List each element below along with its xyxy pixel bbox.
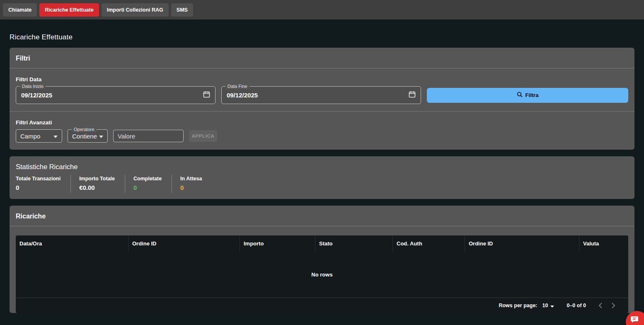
rows-per-page-label: Rows per page: <box>499 303 537 308</box>
advanced-filters-row: Campo Operatore Contiene APPLICA <box>16 129 628 143</box>
chevron-right-icon <box>612 303 615 308</box>
ricariche-panel-header: Ricariche <box>10 206 634 226</box>
table-header-row: Data/Ora Ordine ID Importo Stato Cod. Au… <box>16 235 628 251</box>
search-icon <box>517 92 523 99</box>
stat-importo-totale: Importo Totale €0.00 <box>70 175 125 193</box>
stats-panel: Statistiche Ricariche Totale Transazioni… <box>10 156 634 199</box>
column-header-ordine-id-2[interactable]: Ordine ID <box>465 235 579 251</box>
value-field-wrap <box>113 130 184 142</box>
filtra-button[interactable]: Filtra <box>427 88 628 103</box>
filters-panel-header: Filtri <box>10 48 634 68</box>
operator-select[interactable]: Operatore Contiene <box>68 129 108 143</box>
stat-label: In Attesa <box>180 176 202 182</box>
ricariche-panel-title: Ricariche <box>16 213 628 220</box>
stats-panel-title: Statistiche Ricariche <box>16 163 628 171</box>
tab-chiamate[interactable]: Chiamate <box>3 3 37 17</box>
field-select-value: Campo <box>20 133 40 140</box>
applica-button[interactable]: APPLICA <box>189 130 217 142</box>
table-pagination: Rows per page: 10 0–0 of 0 <box>16 298 628 313</box>
stat-value: 0 <box>133 184 162 191</box>
next-page-button[interactable] <box>608 301 618 310</box>
column-header-data-ora[interactable]: Data/Ora <box>16 235 128 251</box>
end-date-label: Data Fine <box>225 84 249 89</box>
date-filters-row: Data Inizio 09/12/2025 Data Fine 09/12/2… <box>16 86 628 104</box>
stats-row: Totale Transazioni 0 Importo Totale €0.0… <box>16 175 628 193</box>
stat-value: 0 <box>180 184 202 191</box>
chevron-down-icon <box>99 132 103 140</box>
chat-fab-button[interactable] <box>626 311 644 325</box>
filters-panel-title: Filtri <box>16 55 628 62</box>
stat-value: 0 <box>16 184 61 191</box>
start-date-value: 09/12/2025 <box>21 92 52 99</box>
stat-in-attesa: In Attesa 0 <box>172 175 212 193</box>
end-date-field[interactable]: Data Fine 09/12/2025 <box>221 86 421 104</box>
stat-label: Totale Transazioni <box>16 176 61 182</box>
stat-label: Completate <box>133 176 162 182</box>
no-rows-message: No rows <box>311 272 332 278</box>
chevron-down-icon <box>53 132 58 140</box>
tab-sms[interactable]: SMS <box>171 3 193 17</box>
previous-page-button[interactable] <box>595 301 605 310</box>
column-header-stato[interactable]: Stato <box>315 235 393 251</box>
chevron-left-icon <box>598 303 602 308</box>
stat-value: €0.00 <box>79 184 115 191</box>
filters-panel: Filtri Filtri Data Data Inizio 09/12/202… <box>10 48 634 150</box>
column-header-valuta[interactable]: Valuta <box>579 235 628 251</box>
column-header-cod-auth[interactable]: Cod. Auth <box>393 235 465 251</box>
filtra-button-label: Filtra <box>525 92 539 98</box>
tab-importi-collezioni-rag[interactable]: Importi Collezioni RAG <box>102 3 169 17</box>
field-select[interactable]: Campo <box>16 129 62 143</box>
page-title: Ricariche Effettuate <box>10 33 634 41</box>
rows-per-page-select[interactable]: 10 <box>542 302 554 309</box>
stat-label: Importo Totale <box>79 176 115 182</box>
end-date-value: 09/12/2025 <box>227 92 258 99</box>
page-content: Ricariche Effettuate Filtri Filtri Data … <box>0 33 644 313</box>
pagination-range: 0–0 of 0 <box>567 303 586 308</box>
start-date-label: Data Inizio <box>20 84 46 89</box>
start-date-field[interactable]: Data Inizio 09/12/2025 <box>16 86 215 104</box>
chat-icon <box>631 315 639 325</box>
advanced-filters-section: Filtri Avanzati Campo Operatore Contiene <box>10 112 634 150</box>
operator-select-value: Contiene <box>72 133 97 140</box>
table-empty-body: No rows <box>16 251 628 298</box>
operator-select-label: Operatore <box>72 127 97 132</box>
advanced-filters-label: Filtri Avanzati <box>16 119 628 126</box>
divider <box>10 226 634 226</box>
date-filters-section: Filtri Data Data Inizio 09/12/2025 <box>10 68 634 111</box>
stat-totale-transazioni: Totale Transazioni 0 <box>16 175 70 193</box>
calendar-icon[interactable] <box>409 91 416 99</box>
column-header-ordine-id[interactable]: Ordine ID <box>128 235 240 251</box>
top-tab-bar: Chiamate Ricariche Effettuate Importi Co… <box>0 0 644 19</box>
calendar-icon[interactable] <box>203 91 210 99</box>
column-header-importo[interactable]: Importo <box>240 235 315 251</box>
chevron-down-icon <box>550 302 554 309</box>
value-input[interactable] <box>118 133 179 140</box>
stat-completate: Completate 0 <box>125 175 172 193</box>
ricariche-panel: Ricariche Data/Ora Ordine ID Importo Sta… <box>10 206 634 313</box>
date-filters-label: Filtri Data <box>16 76 628 82</box>
ricariche-table: Data/Ora Ordine ID Importo Stato Cod. Au… <box>16 235 628 313</box>
rows-per-page-value: 10 <box>542 303 548 308</box>
tab-ricariche-effettuate[interactable]: Ricariche Effettuate <box>39 3 99 17</box>
